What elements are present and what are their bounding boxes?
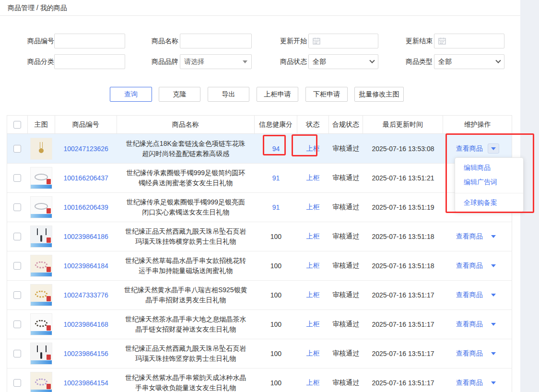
health-score-value: 100 (270, 291, 281, 299)
updated-time-text: 2025-07-16 13:51:19 (372, 203, 434, 211)
product-name-input[interactable] (184, 37, 247, 45)
product-code-link[interactable]: 100239864156 (63, 350, 108, 357)
status-link[interactable]: 上柜 (306, 349, 320, 358)
table-row: 100247333776 世纪缘天然黄水晶手串八瑞吉相S925银黄晶手串招财送男… (7, 281, 512, 310)
view-product-link[interactable]: 查看商品 (456, 349, 483, 358)
more-actions-toggle[interactable] (488, 232, 499, 242)
product-name-text: 世纪缘传承足银素圈银手镯999足银亮面闭口实心素镯送女友生日礼物 (124, 197, 248, 217)
view-product-link[interactable]: 查看商品 (456, 144, 483, 153)
product-type-value: 全部 (438, 58, 496, 66)
status-link[interactable]: 上柜 (306, 379, 320, 387)
product-code-link[interactable]: 100166206439 (63, 203, 108, 211)
red-stamp-icon (47, 384, 51, 389)
row-checkbox[interactable] (13, 233, 21, 240)
more-actions-toggle[interactable] (488, 320, 499, 330)
status-link[interactable]: 上柜 (306, 320, 320, 329)
status-link[interactable]: 上柜 (306, 261, 320, 270)
product-photo-icon (39, 148, 44, 153)
status-link[interactable]: 上柜 (306, 232, 320, 241)
more-actions-toggle[interactable] (488, 378, 499, 388)
view-product-link[interactable]: 查看商品 (456, 320, 483, 329)
off-shelf-apply-button[interactable]: 下柜申请 (305, 87, 348, 102)
product-thumbnail[interactable] (30, 372, 52, 392)
row-checkbox[interactable] (13, 350, 21, 357)
product-thumbnail[interactable] (30, 138, 52, 160)
chevron-down-icon (369, 58, 375, 63)
updated-time-text: 2025-07-16 13:51:17 (372, 321, 434, 328)
status-link[interactable]: 上柜 (306, 291, 320, 299)
menu-item-edit-product[interactable]: 编辑商品 (455, 160, 523, 175)
header-product-code: 商品编号 (55, 116, 117, 134)
status-link[interactable]: 上柜 (306, 203, 320, 212)
view-product-link[interactable]: 查看商品 (456, 232, 483, 241)
view-product-link[interactable]: 查看商品 (456, 261, 483, 270)
product-code-link[interactable]: 100239864168 (63, 321, 108, 328)
row-checkbox[interactable] (13, 321, 21, 328)
product-status-select[interactable]: 全部 (308, 54, 378, 69)
more-actions-toggle[interactable] (488, 261, 499, 271)
query-button[interactable]: 查询 (110, 87, 152, 102)
product-thumbnail[interactable] (30, 284, 52, 306)
health-score-value: 100 (270, 233, 281, 240)
caret-down-icon (491, 352, 496, 355)
update-end-label: 更新结束 (403, 34, 433, 48)
status-link[interactable]: 上柜 (306, 174, 320, 182)
more-actions-toggle[interactable] (488, 290, 499, 300)
row-checkbox[interactable] (13, 262, 21, 270)
table-row: 100239864184 世纪缘天然草莓晶水晶手串女款招桃花转运手串加持能量磁场… (7, 251, 512, 281)
caret-down-icon (491, 235, 496, 238)
header-product-name: 商品名称 (117, 116, 255, 134)
more-actions-toggle[interactable] (488, 349, 499, 359)
product-thumbnail[interactable] (30, 196, 52, 218)
header-health-score: 信息健康分 (255, 116, 297, 134)
product-thumbnail[interactable] (30, 255, 52, 277)
update-end-input[interactable] (434, 34, 504, 48)
product-code-link[interactable]: 100166206437 (63, 174, 108, 182)
product-code-link[interactable]: 100247123626 (63, 145, 108, 153)
product-thumbnail[interactable] (30, 343, 52, 365)
health-score-value[interactable]: 91 (272, 174, 280, 182)
product-category-input-box (54, 54, 125, 69)
export-button[interactable]: 导出 (208, 87, 249, 102)
status-link[interactable]: 上柜 (306, 144, 320, 153)
updated-time-text: 2025-07-16 13:51:21 (372, 174, 434, 182)
view-product-link[interactable]: 查看商品 (456, 291, 483, 299)
caret-down-icon (491, 264, 496, 267)
compliance-status-text: 审核通过 (332, 261, 359, 270)
view-product-link[interactable]: 查看商品 (456, 379, 483, 387)
product-thumbnail[interactable] (30, 313, 52, 335)
product-code-link[interactable]: 100239864186 (63, 233, 108, 240)
row-checkbox[interactable] (13, 379, 21, 387)
select-all-checkbox[interactable] (13, 121, 21, 129)
row-checkbox[interactable] (13, 291, 21, 299)
health-score-value[interactable]: 94 (272, 145, 280, 153)
row-checkbox[interactable] (13, 145, 21, 153)
row-checkbox[interactable] (13, 174, 21, 182)
compliance-status-text: 审核通过 (332, 232, 359, 241)
product-code-input[interactable] (59, 37, 121, 45)
product-code-link[interactable]: 100239864154 (63, 379, 108, 387)
promo-banner-strip (31, 360, 52, 364)
health-score-value[interactable]: 91 (272, 203, 280, 211)
clone-button[interactable]: 克隆 (159, 87, 200, 102)
product-name-text: 世纪缘天然紫水晶手串紫韵天成冰种水晶手串女吸收负能量送女友生日礼物 (124, 373, 248, 392)
product-brand-select[interactable]: 请选择 (180, 54, 252, 69)
on-shelf-apply-button[interactable]: 上柜申请 (257, 87, 298, 102)
batch-edit-main-image-button[interactable]: 批量修改主图 (354, 87, 404, 102)
product-brand-value: 请选择 (184, 58, 243, 66)
product-thumbnail[interactable] (30, 226, 52, 248)
more-actions-toggle[interactable] (488, 143, 499, 154)
health-score-value: 100 (270, 350, 281, 357)
header-updated-time: 最后更新时间 (363, 116, 444, 134)
menu-item-edit-ad-words[interactable]: 编辑广告词 (455, 175, 523, 189)
product-type-select[interactable]: 全部 (434, 54, 504, 69)
product-category-input[interactable] (59, 58, 121, 66)
update-start-input[interactable] (308, 34, 378, 48)
table-row: 100239864168 世纪缘天然茶水晶手串大地之息烟晶茶水晶手链女招财凝神送… (7, 310, 512, 339)
product-code-link[interactable]: 100239864184 (63, 262, 108, 270)
product-type-label: 商品类型 (403, 54, 433, 69)
product-thumbnail[interactable] (30, 167, 52, 189)
row-checkbox[interactable] (13, 203, 21, 211)
product-code-link[interactable]: 100247333776 (63, 291, 108, 299)
menu-item-global-purchase-filing[interactable]: 全球购备案 (455, 195, 523, 210)
